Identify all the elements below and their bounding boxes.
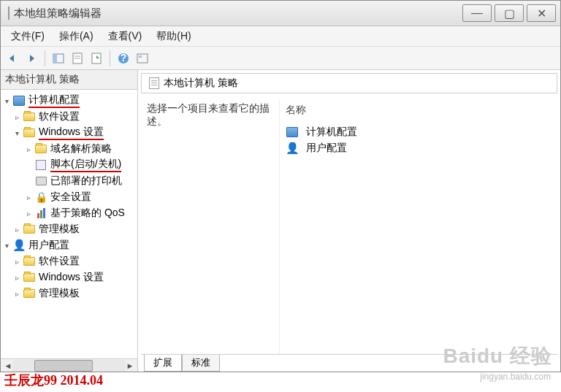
toolbar: ? [1,47,560,70]
tree-item[interactable]: ▹脚本(启动/关机) [1,157,137,173]
watermark-brand: Baidu 经验 [443,342,552,370]
titlebar: 本地组策略编辑器 — ▢ ✕ [1,1,560,26]
tree-item[interactable]: ▹管理模板 [1,221,137,237]
maximize-button[interactable]: ▢ [495,4,524,22]
folder-icon [23,110,36,123]
list-item-label: 用户配置 [306,142,347,155]
tree-item-label: 脚本(启动/关机) [50,158,121,172]
tree-item[interactable]: ▹基于策略的 QoS [1,205,137,221]
minimize-button[interactable]: — [462,4,492,22]
tree-item[interactable]: ▹🔒安全设置 [1,189,137,205]
right-header: 本地计算机 策略 [141,73,557,93]
tree-item[interactable]: ▹管理模板 [1,285,137,301]
folder-icon [23,223,36,236]
list-column: 名称 计算机配置👤用户配置 [280,99,557,354]
menu-action[interactable]: 操作(A) [53,28,99,45]
tree-item-label: 用户配置 [28,239,69,252]
window-title: 本地组策略编辑器 [14,7,462,20]
script-icon [34,158,47,172]
scrollbar-thumb[interactable] [34,360,93,372]
menu-help[interactable]: 帮助(H) [150,28,196,45]
svg-rect-9 [139,55,142,58]
window: 本地组策略编辑器 — ▢ ✕ 文件(F) 操作(A) 查看(V) 帮助(H) ?… [0,0,561,372]
content-area: 本地计算机 策略 ▾计算机配置▹软件设置▾Windows 设置▹域名解析策略▹脚… [1,70,560,372]
tree-item[interactable]: ▹域名解析策略 [1,141,137,157]
tree-item-label: Windows 设置 [39,271,104,284]
tree-root-header[interactable]: 本地计算机 策略 [1,70,137,90]
svg-text:?: ? [121,53,127,64]
chart-icon [34,207,47,220]
back-button[interactable] [4,50,21,67]
tree-item-label: 基于策略的 QoS [50,207,125,220]
tab-standard[interactable]: 标准 [182,355,220,372]
item-list: 计算机配置👤用户配置 [286,124,552,156]
close-button[interactable]: ✕ [527,4,556,22]
comp-icon [12,94,26,107]
export-button[interactable] [88,50,105,67]
folder-icon [23,271,36,284]
printer-icon [34,174,47,188]
forward-button[interactable] [23,50,40,67]
right-header-title: 本地计算机 策略 [164,77,238,90]
tab-extended[interactable]: 扩展 [144,355,182,372]
doc-icon [149,77,159,89]
list-item[interactable]: 计算机配置 [286,124,552,140]
horizontal-scrollbar[interactable]: ◄ ► [1,358,137,372]
filter-button[interactable] [134,50,151,67]
security-icon: 🔒 [34,191,47,204]
column-header-name[interactable]: 名称 [286,102,552,124]
right-body: 选择一个项目来查看它的描述。 名称 计算机配置👤用户配置 [138,93,560,354]
tree-item[interactable]: ▹已部署的打印机 [1,173,137,189]
properties-button[interactable] [69,50,86,67]
user-icon: 👤 [286,142,299,155]
menu-file[interactable]: 文件(F) [5,28,50,45]
tree-item[interactable]: ▾计算机配置 [1,93,137,109]
menubar: 文件(F) 操作(A) 查看(V) 帮助(H) [1,26,560,47]
window-buttons: — ▢ ✕ [462,4,556,22]
menu-view[interactable]: 查看(V) [102,28,148,45]
show-hide-tree-button[interactable] [50,50,67,67]
tree-item[interactable]: ▾Windows 设置 [1,125,137,141]
tree-item-label: 已部署的打印机 [50,174,122,188]
user-icon: 👤 [12,239,26,252]
tree-item[interactable]: ▹软件设置 [1,253,137,269]
tree-item[interactable]: ▹软件设置 [1,109,137,125]
svg-rect-1 [53,54,57,63]
watermark-url: jingyan.baidu.com [480,372,551,382]
folder-icon [34,142,47,155]
right-pane: 本地计算机 策略 选择一个项目来查看它的描述。 名称 计算机配置👤用户配置 扩展… [138,70,560,372]
description-column: 选择一个项目来查看它的描述。 [141,99,280,354]
list-item[interactable]: 👤用户配置 [286,140,552,156]
app-icon [8,7,9,19]
tree-item-label: 域名解析策略 [50,142,112,155]
tree-item-label: 计算机配置 [28,93,80,108]
tree-item-label: 软件设置 [39,255,80,268]
tree-item-label: Windows 设置 [39,126,104,140]
tree-item-label: 管理模板 [39,223,80,236]
tree-item[interactable]: ▾👤用户配置 [1,237,137,253]
separator [45,50,45,66]
tree-pane: 本地计算机 策略 ▾计算机配置▹软件设置▾Windows 设置▹域名解析策略▹脚… [1,70,138,372]
folder-icon [23,255,36,268]
tree: ▾计算机配置▹软件设置▾Windows 设置▹域名解析策略▹脚本(启动/关机)▹… [1,90,137,358]
folder-icon [23,126,36,139]
comp-icon [286,126,299,139]
separator [110,50,110,66]
list-item-label: 计算机配置 [306,126,357,139]
watermark-text: 壬辰龙99 2014.04 [4,372,103,389]
tree-item-label: 管理模板 [39,287,80,300]
folder-icon [23,287,36,300]
tree-item-label: 安全设置 [50,191,91,204]
tree-item[interactable]: ▹Windows 设置 [1,269,137,285]
tree-item-label: 软件设置 [39,110,80,123]
svg-rect-8 [137,54,148,63]
help-button[interactable]: ? [115,50,132,67]
